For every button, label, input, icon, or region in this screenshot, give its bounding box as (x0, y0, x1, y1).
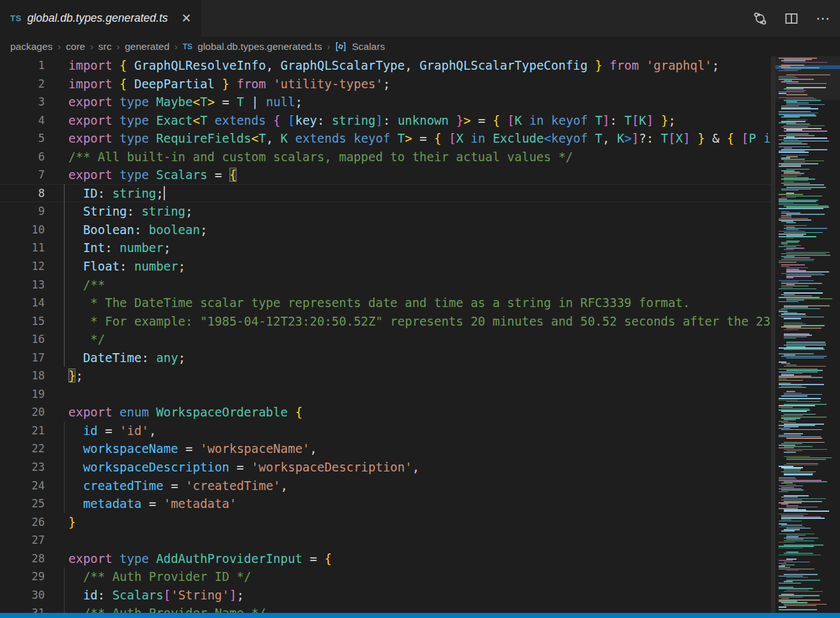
line-number[interactable]: 19 (0, 385, 45, 404)
code-line[interactable]: 7export type Scalars = { (0, 166, 771, 184)
minimap[interactable] (775, 56, 840, 613)
code-token: ] (376, 113, 383, 127)
code-line[interactable]: 26} (0, 513, 771, 532)
code-token: export (68, 131, 120, 145)
breadcrumb-item-src[interactable]: src (98, 41, 112, 52)
line-number[interactable]: 22 (0, 440, 45, 458)
breadcrumb-item-core[interactable]: core (66, 41, 85, 52)
code-line[interactable]: 13 /** (0, 276, 771, 294)
code-line[interactable]: 3export type Maybe<T> = T | null; (0, 93, 771, 111)
line-number[interactable]: 18 (0, 367, 45, 385)
code-token: ; (712, 58, 719, 72)
code-line[interactable]: 8 ID: string; (0, 184, 771, 203)
split-editor-icon[interactable] (784, 12, 798, 26)
breadcrumb-item-generated[interactable]: generated (125, 41, 169, 52)
open-changes-icon[interactable] (753, 12, 767, 26)
code-line[interactable]: 1import { GraphQLResolveInfo, GraphQLSca… (0, 56, 771, 75)
line-number[interactable]: 25 (0, 495, 45, 513)
breadcrumb-item-packages[interactable]: packages (10, 41, 52, 52)
code-line[interactable]: 22 workspaceName = 'workspaceName', (0, 440, 771, 458)
line-number[interactable]: 29 (0, 567, 45, 586)
code-line[interactable]: 4export type Exact<T extends { [key: str… (0, 111, 771, 130)
code-line[interactable]: 6/** All built-in and custom scalars, ma… (0, 148, 771, 166)
code-line[interactable]: 12 Float: number; (0, 257, 771, 276)
code-token (266, 77, 273, 91)
code-token: K (617, 131, 624, 145)
code-line[interactable]: 16 */ (0, 330, 771, 349)
code-line[interactable]: 29 /** Auth Provider ID */ (0, 567, 771, 586)
line-number[interactable]: 10 (0, 221, 45, 239)
code-token: boolean (149, 223, 200, 237)
line-number[interactable]: 7 (0, 166, 45, 184)
code-line[interactable]: 25 metadata = 'metadata' (0, 495, 771, 513)
code-line[interactable]: 30 id: Scalars['String']; (0, 586, 771, 605)
breadcrumb-item-file[interactable]: global.db.types.generated.ts (198, 41, 322, 52)
tab-global-db-types[interactable]: TS global.db.types.generated.ts ✕ (0, 0, 201, 36)
line-number[interactable]: 16 (0, 330, 45, 349)
vertical-scrollbar[interactable] (771, 56, 775, 613)
code-line[interactable]: 21 id = 'id', (0, 422, 771, 440)
code-line[interactable]: 5export type RequireFields<T, K extends … (0, 129, 771, 148)
minimap-line (781, 411, 807, 412)
code-token: P (749, 131, 756, 145)
line-number[interactable]: 24 (0, 477, 45, 495)
line-number[interactable]: 11 (0, 239, 45, 257)
code-line[interactable]: 9 String: string; (0, 202, 771, 221)
code-text: }; (45, 367, 83, 385)
tab-close-icon[interactable]: ✕ (182, 12, 192, 24)
code-text: /** Auth Provider ID */ (45, 567, 251, 586)
code-token: T (258, 131, 265, 145)
line-number[interactable]: 23 (0, 458, 45, 477)
more-actions-icon[interactable]: ⋯ (816, 12, 831, 26)
code-token: number (120, 241, 164, 255)
code-line[interactable]: 15 * For example: "1985-04-12T23:20:50.5… (0, 312, 771, 331)
code-token: , (266, 131, 281, 145)
code-editor[interactable]: 1import { GraphQLResolveInfo, GraphQLSca… (0, 56, 840, 613)
code-token: ; (237, 588, 244, 602)
minimap-line (779, 491, 788, 493)
line-number[interactable]: 13 (0, 276, 45, 294)
line-number[interactable]: 31 (0, 604, 45, 613)
line-number[interactable]: 4 (0, 111, 45, 130)
code-token: in (463, 131, 493, 145)
line-number[interactable]: 5 (0, 129, 45, 148)
code-line[interactable]: 31 /** Auth Provider Name */ (0, 604, 771, 613)
line-number[interactable]: 12 (0, 257, 45, 276)
line-number[interactable]: 2 (0, 75, 45, 93)
line-number[interactable]: 14 (0, 294, 45, 312)
line-number[interactable]: 6 (0, 148, 45, 166)
code-line[interactable]: 11 Int: number; (0, 239, 771, 257)
line-number[interactable]: 9 (0, 202, 45, 221)
code-token: GraphQLResolveInfo (134, 58, 266, 72)
code-line[interactable]: 2import { DeepPartial } from 'utility-ty… (0, 75, 771, 93)
code-line[interactable]: 17 DateTime: any; (0, 349, 771, 367)
line-number[interactable]: 8 (0, 184, 45, 203)
line-number[interactable]: 17 (0, 349, 45, 367)
code-line[interactable]: 27 (0, 531, 771, 550)
code-line[interactable]: 19 (0, 385, 771, 404)
line-number[interactable]: 28 (0, 550, 45, 568)
code-token: id (83, 424, 98, 438)
code-token (68, 332, 83, 346)
minimap-line (786, 214, 825, 215)
line-number[interactable]: 1 (0, 56, 45, 75)
line-number[interactable]: 30 (0, 586, 45, 605)
breadcrumb-item-symbol[interactable]: Scalars (352, 41, 385, 52)
minimap-line (781, 395, 807, 397)
line-number[interactable]: 26 (0, 513, 45, 532)
code-token: ; (75, 368, 82, 383)
code-text: DateTime: any; (45, 349, 185, 367)
code-lines[interactable]: 1import { GraphQLResolveInfo, GraphQLSca… (0, 56, 771, 613)
line-number[interactable]: 20 (0, 403, 45, 422)
code-line[interactable]: 14 * The DateTime scalar type represents… (0, 294, 771, 312)
code-line[interactable]: 20export enum WorkspaceOrderable { (0, 403, 771, 422)
code-line[interactable]: 23 workspaceDescription = 'workspaceDesc… (0, 458, 771, 477)
code-line[interactable]: 18}; (0, 367, 771, 385)
code-line[interactable]: 24 createdTime = 'createdTime', (0, 477, 771, 495)
code-line[interactable]: 10 Boolean: boolean; (0, 221, 771, 239)
line-number[interactable]: 15 (0, 312, 45, 331)
line-number[interactable]: 21 (0, 422, 45, 440)
line-number[interactable]: 3 (0, 93, 45, 111)
code-line[interactable]: 28export type AddAuthProviderInput = { (0, 550, 771, 568)
line-number[interactable]: 27 (0, 531, 45, 550)
